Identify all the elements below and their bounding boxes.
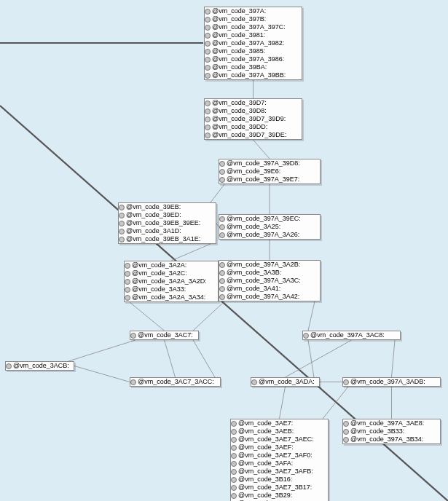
code-label: @vm_code_397A_39D8: xyxy=(227,159,300,167)
code-line: @vm_code_3B29: xyxy=(231,492,328,500)
graph-node[interactable]: @vm_code_3ACB: xyxy=(5,361,74,371)
code-line: @vm_code_397A_3B34: xyxy=(343,435,440,443)
svg-line-18 xyxy=(74,366,130,382)
graph-node[interactable]: @vm_code_397A_39EC:@vm_code_3A25:@vm_cod… xyxy=(219,214,321,240)
port-icon xyxy=(125,287,130,293)
code-label: @vm_code_397A_3B34: xyxy=(350,435,423,443)
svg-line-17 xyxy=(392,340,396,377)
code-line: @vm_code_397A_3AC8: xyxy=(303,331,400,339)
code-label: @vm_code_3981: xyxy=(212,31,265,39)
graph-node[interactable]: @vm_code_3AE7:@vm_code_3AEB:@vm_code_3AE… xyxy=(230,419,329,501)
svg-line-23 xyxy=(286,340,352,377)
port-icon xyxy=(205,100,211,106)
code-label: @vm_code_39BA: xyxy=(212,63,267,71)
graph-node[interactable]: @vm_code_39D7:@vm_code_39D8:@vm_code_39D… xyxy=(204,98,302,140)
code-label: @vm_code_397A_39EC: xyxy=(227,215,301,223)
port-icon xyxy=(205,9,211,15)
code-label: @vm_code_3A1D: xyxy=(126,227,181,235)
code-line: @vm_code_397A_39BB: xyxy=(205,71,302,79)
graph-node[interactable]: @vm_code_397A:@vm_code_397B:@vm_code_397… xyxy=(204,7,302,80)
code-line: @vm_code_3AE7: xyxy=(231,419,328,427)
graph-node[interactable]: @vm_code_3AC7: xyxy=(130,331,199,340)
code-line: @vm_code_3A41: xyxy=(219,285,320,293)
code-label: @vm_code_397A_3982: xyxy=(212,39,284,47)
graph-node[interactable]: @vm_code_397A_3AC8: xyxy=(302,331,401,340)
code-line: @vm_code_3981: xyxy=(205,31,302,39)
code-line: @vm_code_39D7_39DE: xyxy=(205,131,302,139)
port-icon xyxy=(205,133,211,138)
graph-node[interactable]: @vm_code_3ADA: xyxy=(251,377,320,387)
port-icon xyxy=(119,237,125,242)
graph-node[interactable]: @vm_code_3AC7_3ACC: xyxy=(130,377,221,387)
port-icon xyxy=(231,421,237,427)
svg-line-14 xyxy=(193,340,215,377)
graph-node[interactable]: @vm_code_39EB:@vm_code_39ED:@vm_code_39E… xyxy=(118,202,216,244)
code-label: @vm_code_3ADA: xyxy=(259,378,315,386)
code-label: @vm_code_3B33: xyxy=(350,427,404,435)
port-icon xyxy=(205,25,211,31)
code-label: @vm_code_3A2A_3A2D: xyxy=(132,277,207,285)
code-line: @vm_code_397A_3A3C: xyxy=(219,277,320,285)
port-icon xyxy=(231,445,237,451)
graph-node[interactable]: @vm_code_397A_3AE8:@vm_code_3B33:@vm_cod… xyxy=(342,419,441,444)
code-label: @vm_code_397A_3A3C: xyxy=(227,277,301,285)
code-line: @vm_code_3ADA: xyxy=(251,378,319,386)
port-icon xyxy=(205,17,211,23)
svg-line-19 xyxy=(280,387,286,419)
port-icon xyxy=(219,177,225,183)
code-label: @vm_code_397A_3A26: xyxy=(227,231,299,239)
code-label: @vm_code_39EB_39EE: xyxy=(126,219,200,227)
code-line: @vm_code_3AFA: xyxy=(231,459,328,468)
port-icon xyxy=(231,461,237,467)
code-label: @vm_code_3ACB: xyxy=(13,362,69,370)
port-icon xyxy=(125,271,130,277)
code-label: @vm_code_397A_3AC8: xyxy=(310,331,385,339)
code-line: @vm_code_3A2A_3A34: xyxy=(125,293,218,301)
code-line: @vm_code_3B16: xyxy=(231,476,328,484)
port-icon xyxy=(231,437,237,443)
port-icon xyxy=(119,221,125,226)
port-icon xyxy=(219,232,225,238)
graph-node[interactable]: @vm_code_397A_39D8:@vm_code_39E6:@vm_cod… xyxy=(219,159,321,184)
code-label: @vm_code_397A_3ADB: xyxy=(350,378,425,386)
svg-line-13 xyxy=(68,340,135,361)
code-line: @vm_code_3AEF: xyxy=(231,443,328,451)
port-icon xyxy=(231,429,237,435)
svg-line-21 xyxy=(323,387,348,419)
code-line: @vm_code_39D7: xyxy=(205,99,302,107)
port-icon xyxy=(205,57,211,63)
port-icon xyxy=(205,73,211,79)
code-line: @vm_code_3AE7_3AF0: xyxy=(231,451,328,459)
code-line: @vm_code_397A_3ADB: xyxy=(343,378,440,386)
port-icon xyxy=(219,161,225,167)
code-label: @vm_code_39EB_3A1E: xyxy=(126,235,200,243)
graph-node[interactable]: @vm_code_397A_3A2B:@vm_code_3A3B:@vm_cod… xyxy=(219,260,321,301)
graph-node[interactable]: @vm_code_397A_3ADB: xyxy=(342,377,441,387)
code-label: @vm_code_397A_3986: xyxy=(212,55,284,63)
code-line: @vm_code_397A_3982: xyxy=(205,39,302,47)
port-icon xyxy=(205,117,211,122)
port-icon xyxy=(6,363,12,369)
svg-line-10 xyxy=(130,302,165,331)
code-label: @vm_code_3A2C: xyxy=(132,269,187,277)
code-line: @vm_code_39E6: xyxy=(219,167,320,175)
graph-canvas[interactable]: @vm_code_397A:@vm_code_397B:@vm_code_397… xyxy=(0,0,448,501)
port-icon xyxy=(205,125,211,130)
port-icon xyxy=(343,429,349,435)
code-label: @vm_code_3AE7_3B17: xyxy=(238,484,312,492)
port-icon xyxy=(119,205,125,210)
code-label: @vm_code_39D8: xyxy=(212,107,267,115)
code-line: @vm_code_3AC7_3ACC: xyxy=(130,378,220,386)
port-icon xyxy=(343,437,349,443)
code-line: @vm_code_397A_397C: xyxy=(205,23,302,31)
code-label: @vm_code_39D7_39D9: xyxy=(212,115,286,123)
code-line: @vm_code_3B33: xyxy=(343,427,440,435)
code-label: @vm_code_39ED: xyxy=(126,211,181,219)
code-line: @vm_code_397A_39EC: xyxy=(219,215,320,223)
code-line: @vm_code_397A_39D8: xyxy=(219,159,320,167)
port-icon xyxy=(219,286,225,292)
code-line: @vm_code_397A_3AE8: xyxy=(343,419,440,427)
code-label: @vm_code_3AFA: xyxy=(238,459,293,468)
graph-node[interactable]: @vm_code_3A2A:@vm_code_3A2C:@vm_code_3A2… xyxy=(124,261,219,302)
code-label: @vm_code_3B29: xyxy=(238,492,292,500)
